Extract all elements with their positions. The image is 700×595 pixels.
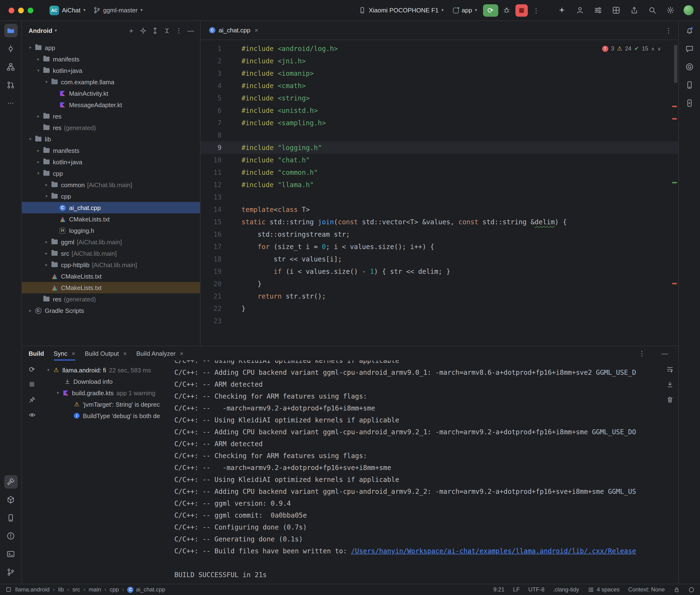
tool-button-wrap[interactable]: [663, 362, 677, 376]
status-indicator-icon[interactable]: [688, 587, 694, 593]
tool-button-search[interactable]: [646, 4, 659, 17]
tool-button-project[interactable]: [4, 24, 18, 37]
code-line[interactable]: 8: [200, 129, 678, 141]
caret-position[interactable]: 9:21: [493, 586, 504, 593]
code-line[interactable]: 12#include "llama.h": [200, 178, 678, 191]
breadcrumb-item[interactable]: llama.android: [15, 586, 50, 593]
console-link[interactable]: /Users/hanyin/Workspace/ai-chat/examples…: [351, 547, 636, 555]
code-line[interactable]: 5#include <string>: [200, 92, 678, 104]
error-stripe-mark[interactable]: [672, 283, 677, 284]
indent-indicator[interactable]: 4 spaces: [588, 586, 620, 593]
tool-button-add[interactable]: +: [126, 25, 137, 36]
chevron-collapsed-icon[interactable]: ▸: [35, 57, 42, 61]
encoding-indicator[interactable]: UTF-8: [528, 586, 544, 593]
chevron-collapsed-icon[interactable]: ▸: [35, 160, 42, 164]
project-tree-item[interactable]: CMakeLists.txt: [22, 213, 200, 225]
code-line[interactable]: 16 std::ostringstream str;: [200, 228, 678, 240]
tool-button-collapse-all[interactable]: [162, 25, 172, 36]
tool-button-device-explorer[interactable]: [4, 511, 18, 525]
tool-button-locate[interactable]: [138, 25, 149, 36]
tool-button-expand-all[interactable]: [149, 25, 161, 36]
project-tree-item[interactable]: MainActivity.kt: [22, 88, 200, 99]
project-tree-item[interactable]: ▸kotlin+java: [22, 156, 200, 168]
build-tree-item[interactable]: ▾⚠llama.android: fi22 sec, 583 ms: [42, 364, 170, 376]
build-tab[interactable]: Build Analyzer×: [136, 346, 184, 361]
code-line[interactable]: 11#include "common.h": [200, 166, 678, 178]
change-stripe-mark[interactable]: [672, 182, 677, 183]
tool-button-running-devices[interactable]: [682, 96, 696, 110]
code-line[interactable]: 10#include "chat.h": [200, 154, 678, 166]
tool-button-pull-requests[interactable]: [4, 78, 18, 91]
tool-button-problems[interactable]: [4, 529, 18, 543]
project-tree-item[interactable]: ▸common [AiChat.lib.main]: [22, 179, 200, 191]
tool-button-commit[interactable]: [4, 42, 18, 55]
editor-options-button[interactable]: ⋮: [662, 24, 675, 37]
code-line[interactable]: 20 }: [200, 278, 678, 290]
build-options-button[interactable]: ⋮: [635, 347, 648, 360]
tool-button-terminal[interactable]: [4, 547, 18, 561]
close-window-button[interactable]: [8, 7, 14, 13]
chevron-collapsed-icon[interactable]: ▸: [43, 182, 50, 187]
project-tree-item[interactable]: ▾com.example.llama: [22, 76, 200, 88]
build-tab[interactable]: Sync×: [54, 346, 75, 361]
run-config-selector[interactable]: app ▾: [449, 3, 481, 18]
breadcrumb-item[interactable]: main: [89, 586, 101, 593]
code-line[interactable]: 14template<class T>: [200, 203, 678, 216]
tool-button-sliders[interactable]: [591, 4, 605, 17]
tool-button-share[interactable]: [627, 4, 641, 17]
project-tree-item[interactable]: Hlogging.h: [22, 225, 200, 236]
tool-button-structure[interactable]: [4, 60, 18, 73]
chevron-collapsed-icon[interactable]: ▸: [43, 262, 50, 267]
code-line[interactable]: 9#include "logging.h": [200, 141, 678, 154]
chevron-collapsed-icon[interactable]: ▸: [35, 114, 42, 119]
close-tab-icon[interactable]: ×: [180, 350, 184, 357]
code-line[interactable]: 4#include <cmath>: [200, 80, 678, 92]
tool-button-build[interactable]: [4, 475, 18, 488]
context-indicator[interactable]: Context: None: [628, 586, 665, 593]
hide-build-panel-button[interactable]: —: [658, 347, 671, 360]
zoom-window-button[interactable]: [28, 7, 33, 13]
tool-button-device-explorer[interactable]: [682, 78, 696, 91]
code-line[interactable]: 3#include <iomanip>: [200, 67, 678, 80]
project-tree-item[interactable]: MessageAdapter.kt: [22, 99, 200, 111]
more-run-options-button[interactable]: ⋮: [529, 4, 543, 17]
tool-button-more-v[interactable]: ⋮: [173, 25, 184, 36]
build-window-title[interactable]: Build: [29, 350, 44, 357]
build-tree-item[interactable]: ▾build.gradle.ktsapp 1 warning: [42, 387, 170, 399]
error-stripe-mark[interactable]: [672, 106, 677, 107]
code-line[interactable]: 13: [200, 191, 678, 203]
project-tree-item[interactable]: CMakeLists.txt: [22, 282, 200, 293]
chevron-expanded-icon[interactable]: ▾: [35, 68, 42, 73]
previous-issue-button[interactable]: ∧: [651, 46, 655, 51]
project-tree-item[interactable]: ▸res: [22, 111, 200, 122]
tool-button-packages[interactable]: [4, 493, 18, 506]
error-stripe-mark[interactable]: [672, 118, 677, 119]
close-tab-icon[interactable]: ×: [255, 27, 258, 34]
close-tab-icon[interactable]: ×: [72, 350, 75, 357]
line-separator-indicator[interactable]: LF: [513, 586, 520, 593]
tool-button-eye[interactable]: [25, 408, 38, 421]
project-tree-item[interactable]: ▾cpp: [22, 168, 200, 179]
tool-button-resync[interactable]: ⟳: [25, 362, 38, 376]
breadcrumb-item[interactable]: lib: [58, 586, 64, 593]
code-line[interactable]: 15static std::string join(const std::vec…: [200, 216, 678, 228]
build-tab[interactable]: Build Output×: [85, 346, 127, 361]
tool-button-trash[interactable]: [663, 393, 677, 406]
code-editor[interactable]: 1#include <android/log.h>2#include <jni.…: [200, 40, 678, 346]
tool-button-gemini[interactable]: [555, 4, 568, 17]
tool-button-more-h[interactable]: ⋯: [4, 96, 18, 110]
build-tree-item[interactable]: ⚠'jvmTarget': String' is deprec: [42, 399, 170, 410]
tool-button-notifications[interactable]: [682, 24, 696, 37]
code-line[interactable]: 22}: [200, 302, 678, 315]
tool-button-pin[interactable]: [25, 393, 38, 406]
chevron-expanded-icon[interactable]: ▾: [27, 137, 34, 141]
code-line[interactable]: 7#include <sampling.h>: [200, 117, 678, 129]
build-console[interactable]: C/C++: -- Using KleidiAI optimized kerne…: [170, 361, 662, 584]
tool-button-people[interactable]: [573, 4, 587, 17]
code-line[interactable]: 18 str << values[i];: [200, 253, 678, 265]
debug-button[interactable]: [500, 4, 513, 17]
chevron-expanded-icon[interactable]: ▾: [35, 171, 42, 176]
project-tree-item[interactable]: ▾lib: [22, 133, 200, 145]
tool-button-assistant[interactable]: [682, 42, 696, 55]
inspections-widget[interactable]: ! 3 ⚠ 24 ✔ 15 ∧ ∨: [597, 44, 666, 53]
